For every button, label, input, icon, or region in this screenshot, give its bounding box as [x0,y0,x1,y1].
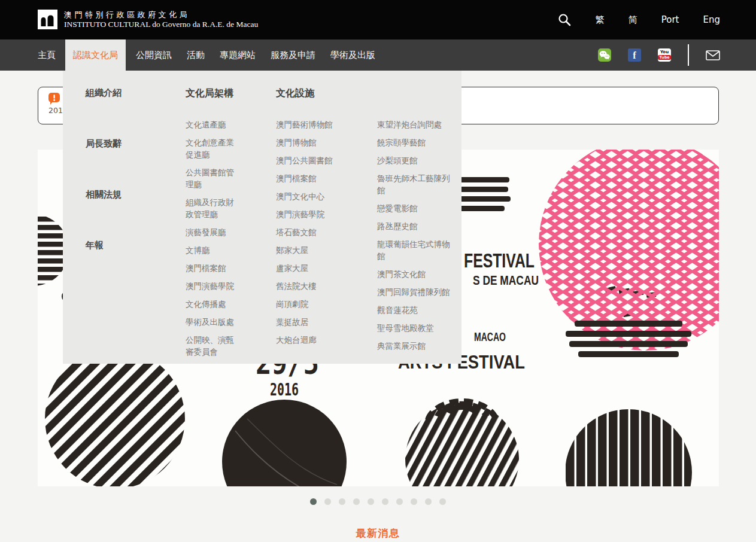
menu-item[interactable]: 澳門茶文化館 [377,268,455,280]
lang-portuguese[interactable]: Port [661,14,679,25]
latest-news-heading: 最新消息 [0,526,756,540]
logo-title-pt: INSTITUTO CULTURAL do Governo da R.A.E. … [64,20,258,29]
nav-item-activities[interactable]: 活動 [187,39,205,71]
alert-bubble-icon [48,93,60,105]
carousel-dot-2[interactable] [324,498,331,505]
menu-item[interactable]: 文博廳 [186,244,238,256]
menu-item[interactable]: 魯班先師木工藝陳列館 [377,172,455,196]
banner-year-text: 2016 [270,380,299,400]
site-logo[interactable]: 澳門特別行政區政府文化局 INSTITUTO CULTURAL do Gover… [38,10,258,29]
menu-item[interactable]: 路氹歷史館 [377,220,455,232]
menu-section-spacer [377,87,455,100]
menu-item[interactable]: 戀愛電影館 [377,202,455,214]
menu-item[interactable]: 塔石藝文館 [276,226,345,238]
menu-item[interactable]: 文化傳播處 [186,298,238,310]
lang-english[interactable]: Eng [703,14,720,25]
carousel-dot-5[interactable] [368,498,374,505]
carousel-dot-6[interactable] [382,498,388,505]
menu-item[interactable]: 澳門藝術博物館 [276,118,345,130]
menu-item[interactable]: 澳門演藝學院 [186,280,238,292]
menu-section-bureau-structure[interactable]: 文化局架構 [186,87,243,100]
logo-title-zh: 澳門特別行政區政府文化局 [64,10,258,20]
lang-simplified-chinese[interactable]: 简 [629,14,637,26]
nav-divider [688,44,689,66]
top-header: 澳門特別行政區政府文化局 INSTITUTO CULTURAL do Gover… [0,0,756,39]
nav-item-home[interactable]: 主頁 [38,39,56,71]
menu-item-organization-intro[interactable]: 組織介紹 [86,87,122,99]
nav-item-about-bureau[interactable]: 認識文化局 [65,39,126,71]
banner-festival-text: FESTIVAL [464,249,535,272]
menu-item[interactable]: 鄭家大屋 [276,244,345,256]
menu-item[interactable]: 葉挺故居 [276,316,345,328]
nav-item-public-info[interactable]: 公開資訊 [136,39,172,71]
menu-item[interactable]: 學術及出版處 [186,316,238,328]
menu-item[interactable]: 聖母雪地殿教堂 [377,322,455,334]
page: 澳門特別行政區政府文化局 INSTITUTO CULTURAL do Gover… [0,0,756,542]
menu-item[interactable]: 舊法院大樓 [276,280,345,292]
menu-item[interactable]: 饒宗頤學藝館 [377,136,455,148]
mail-icon[interactable] [706,50,720,60]
menu-item[interactable]: 公共圖書館管理廳 [186,166,238,190]
carousel-dot-8[interactable] [411,498,417,505]
facebook-icon[interactable]: f [628,48,641,62]
menu-item[interactable]: 澳門演藝學院 [276,208,345,220]
menu-item[interactable]: 文化創意產業促進廳 [186,136,238,160]
menu-item[interactable]: 演藝發展廳 [186,226,238,238]
banner-de-macau-text: S DE MACAU [473,273,539,288]
search-icon[interactable] [557,13,572,27]
social-links: f You Tube [581,39,720,71]
menu-item[interactable]: 澳門檔案館 [186,262,238,274]
menu-item[interactable]: 典當業展示館 [377,340,455,352]
carousel-dots [0,498,756,505]
menu-item-related-laws[interactable]: 相關法規 [86,188,122,200]
menu-item-president-message[interactable]: 局長致辭 [86,138,122,150]
menu-item[interactable]: 龍環葡韻住宅式博物館 [377,238,455,262]
carousel-dot-4[interactable] [353,498,360,505]
menu-item[interactable]: 澳門博物館 [276,136,345,148]
lang-traditional-chinese[interactable]: 繁 [596,14,605,26]
menu-item-annual-report[interactable]: 年報 [86,239,122,251]
banner-macao-text: MACAO [474,330,506,343]
language-switcher: 繁 简 Port Eng [557,0,720,39]
menu-item[interactable]: 崗頂劇院 [276,298,345,310]
carousel-dot-9[interactable] [425,498,432,505]
carousel-dot-1[interactable] [310,498,317,505]
carousel-dot-10[interactable] [439,498,446,505]
menu-item[interactable]: 公開映、演甄審委員會 [186,334,238,358]
menu-item[interactable]: 澳門公共圖書館 [276,154,345,166]
menu-section-cultural-facilities[interactable]: 文化設施 [276,87,345,100]
menu-item[interactable]: 大炮台迴廊 [276,334,345,346]
youtube-tube-text: Tube [658,55,670,60]
carousel-dot-7[interactable] [396,498,403,505]
youtube-you-text: You [660,50,669,54]
arch-logo-icon [38,10,57,29]
carousel-dot-3[interactable] [339,498,345,505]
wechat-icon[interactable] [598,48,611,62]
nav-item-services[interactable]: 服務及申請 [271,39,315,71]
menu-item[interactable]: 觀音蓮花苑 [377,304,455,316]
nav-item-academic-publications[interactable]: 學術及出版 [330,39,375,71]
menu-item[interactable]: 盧家大屋 [276,262,345,274]
menu-item[interactable]: 東望洋炮台詢問處 [377,118,455,130]
mega-menu-about-bureau: 組織介紹 局長致辭 相關法規 年報 文化局架構 文化遺產廳 文化創意產業促進廳 … [63,71,462,364]
nav-item-thematic-sites[interactable]: 專題網站 [220,39,256,71]
youtube-icon[interactable]: You Tube [658,48,671,62]
menu-item[interactable]: 澳門文化中心 [276,190,345,202]
menu-item[interactable]: 文化遺產廳 [186,118,238,130]
menu-item[interactable]: 澳門檔案館 [276,172,345,184]
menu-item[interactable]: 組織及行政財政管理廳 [186,196,238,220]
menu-item[interactable]: 沙梨頭更館 [377,154,455,166]
menu-item[interactable]: 澳門回歸賀禮陳列館 [377,286,455,298]
